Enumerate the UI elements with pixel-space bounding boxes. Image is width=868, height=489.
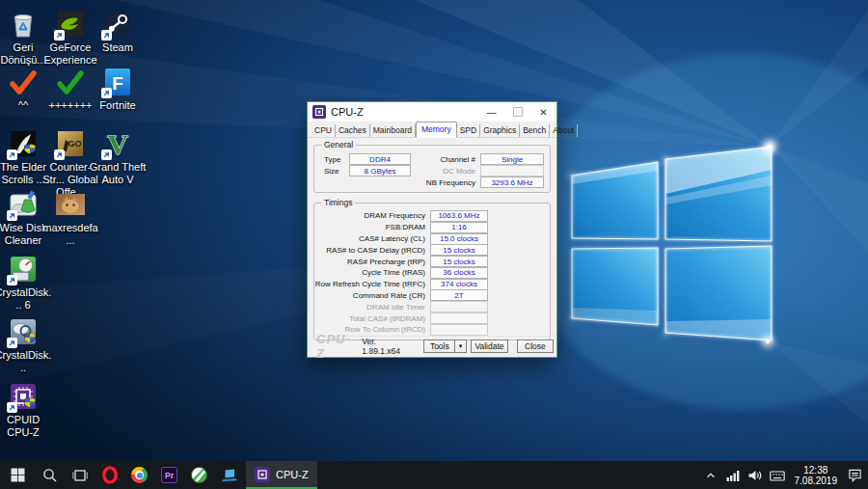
timing-row: DRAM Frequency 1063.6 MHz [314,210,550,222]
icon-label: CPUID CPU-Z [2,414,44,439]
tab-spd[interactable]: SPD [457,124,480,137]
timing-row: DRAM Idle Timer [314,301,550,312]
taskbar-wise-button[interactable] [184,461,214,489]
tab-memory[interactable]: Memory [416,122,457,138]
tab-cpu[interactable]: CPU [312,124,336,137]
search-icon [42,468,58,483]
icon-label: Grand Theft Auto V [89,161,147,186]
channel-value: Single [480,153,544,165]
field-nb-frequency: NB Frequency 3293.6 MHz [415,177,550,188]
image-thumbnail-icon [54,188,87,221]
cpuz-task-icon [255,467,270,482]
icon-label: CrystalDisk... [0,349,52,374]
cpuz-icon [7,380,40,413]
action-center-button[interactable] [847,468,862,483]
dc-mode-value [480,165,544,177]
timing-row: RAS# Precharge (tRP) 15 clocks [314,256,550,267]
desktop-icon-maxresdefault[interactable]: maxresdefa... [41,188,99,247]
total-cas-value [430,312,488,324]
search-button[interactable] [35,461,65,489]
desktop-icon-crystaldiskinfo[interactable]: CrystalDisk... [0,315,52,374]
tab-mainboard[interactable]: Mainboard [370,124,416,137]
desktop-icon-fortnite[interactable]: F Fortnite [89,66,147,112]
timing-row: Cycle Time (tRAS) 36 clocks [314,267,550,279]
task-view-button[interactable] [65,461,95,489]
laptop-icon [221,468,238,483]
tab-bench[interactable]: Bench [520,124,550,137]
timing-row: FSB:DRAM 1:16 [314,222,550,233]
title-bar[interactable]: CPU-Z — ✕ [308,102,556,122]
network-tray-icon[interactable] [725,468,741,483]
maximize-button [504,102,530,122]
taskbar-opera-button[interactable] [95,461,124,489]
desktop-icon-crystaldiskmark[interactable]: CrystalDisk... 6 [0,253,52,312]
minimize-button[interactable]: — [478,102,504,122]
shortcut-arrow-icon [101,30,112,41]
cpuz-window: CPU-Z — ✕ CPU Caches Mainboard Memory SP… [307,101,557,358]
system-tray: 12:38 7.08.2019 [703,461,868,489]
icon-label: Steam [89,41,147,54]
tools-dropdown-arrow[interactable]: ▾ [455,340,467,353]
tab-graphics[interactable]: Graphics [480,124,520,137]
desktop-icon-gta-v[interactable]: V Grand Theft Auto V [89,127,147,186]
dram-idle-timer-value [430,301,488,312]
windows-logo-icon [11,468,25,482]
field-dc-mode: DC Mode [415,165,550,177]
command-rate-value: 2T [430,289,488,301]
taskbar-cpuz-task[interactable]: CPU-Z [246,461,317,489]
wise-disk-cleaner-icon [7,188,40,221]
crystaldiskinfo-icon [7,315,40,348]
green-checkmark-icon [54,66,87,98]
action-center-icon [848,468,862,482]
shortcut-arrow-icon [101,88,112,98]
nb-frequency-value: 3293.6 MHz [480,177,544,188]
tab-caches[interactable]: Caches [336,124,370,137]
tray-time: 12:38 [795,465,838,475]
steam-icon [101,8,134,41]
taskbar-premiere-button[interactable]: Pr [154,461,184,489]
general-legend: General [321,140,356,149]
desktop-icon-cpuz[interactable]: CPUID CPU-Z [0,380,52,439]
tab-about[interactable]: About [550,124,578,137]
trcd-value: 15 clocks [430,244,488,256]
type-value: DDR4 [349,153,411,165]
timing-row: Command Rate (CR) 2T [314,289,550,301]
shortcut-arrow-icon [7,210,17,221]
close-button[interactable]: ✕ [530,102,556,122]
tray-chevron-button[interactable] [703,468,719,483]
row-to-column-value [430,324,488,336]
tools-button[interactable]: Tools [423,340,455,353]
cas-latency-value: 15.0 clocks [430,233,488,245]
close-window-button[interactable]: Close [517,340,554,353]
gta-v-icon: V [101,127,134,160]
cpuz-app-icon [312,105,326,119]
timing-row: RAS# to CAS# Delay (tRCD) 15 clocks [314,244,550,256]
validate-button[interactable]: Validate [471,340,508,353]
cpuz-logo-text: CPU-Z [316,332,355,361]
taskbar-pc-button[interactable] [214,461,244,489]
dram-frequency-value: 1063.6 MHz [430,210,488,222]
touch-keyboard-tray-icon[interactable] [770,468,785,483]
timings-groupbox: Timings DRAM Frequency 1063.6 MHz FSB:DR… [313,203,551,340]
csgo-icon: GO [54,127,87,160]
icon-label: maxresdefa... [41,222,99,247]
version-text: Ver. 1.89.1.x64 [362,337,411,356]
taskbar-chrome-button[interactable] [124,461,154,489]
start-button[interactable] [0,461,35,489]
shortcut-arrow-icon [54,149,65,160]
chevron-up-icon [705,470,717,481]
geforce-icon [54,8,87,41]
trp-value: 15 clocks [430,256,488,267]
general-groupbox: General Type DDR4 Size 8 GBytes Channel … [313,145,551,193]
shortcut-arrow-icon [54,30,65,41]
volume-tray-icon[interactable] [747,468,763,483]
desktop-icon-steam[interactable]: Steam [89,8,147,54]
recycle-bin-icon [7,8,40,41]
field-channel: Channel # Single [415,153,550,165]
svg-text:GO: GO [68,139,81,149]
desktop: Geri Dönüşü... GeForce Experience [0,0,868,489]
speaker-icon [747,469,762,482]
clock[interactable]: 12:38 7.08.2019 [792,465,841,486]
crystaldiskmark-icon [7,253,40,285]
shortcut-arrow-icon [101,149,112,160]
